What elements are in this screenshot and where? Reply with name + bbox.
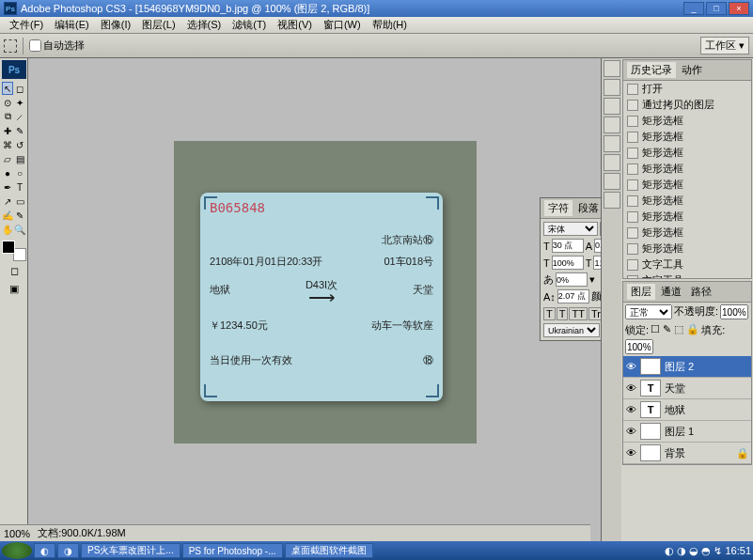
- menu-filter[interactable]: 滤镜(T): [227, 18, 272, 32]
- color-swatch[interactable]: [2, 241, 26, 261]
- close-button[interactable]: ×: [729, 2, 749, 15]
- zoom-level[interactable]: 100%: [4, 528, 30, 539]
- blend-mode[interactable]: 正常: [625, 304, 672, 319]
- dock-btn[interactable]: [604, 154, 620, 171]
- visibility-icon[interactable]: 👁: [625, 382, 636, 394]
- task-button[interactable]: 桌面截图软件截图: [285, 543, 373, 558]
- wand-tool[interactable]: ✦: [14, 96, 25, 109]
- menu-edit[interactable]: 编辑(E): [49, 18, 95, 32]
- dock-btn[interactable]: [604, 173, 620, 190]
- lasso-tool[interactable]: ⊙: [2, 96, 13, 109]
- history-item[interactable]: 矩形选框: [623, 241, 751, 257]
- path-tool[interactable]: ↗: [2, 194, 13, 208]
- italic-btn[interactable]: T: [557, 307, 569, 320]
- type-tool[interactable]: T: [14, 180, 25, 194]
- move-tool[interactable]: ↖: [2, 82, 13, 95]
- channels-tab[interactable]: 通道: [657, 284, 685, 300]
- menu-file[interactable]: 文件(F): [4, 18, 49, 32]
- menu-window[interactable]: 窗口(W): [318, 18, 367, 32]
- visibility-icon[interactable]: 👁: [625, 404, 636, 415]
- history-item[interactable]: 文字工具: [623, 272, 751, 278]
- font-select[interactable]: 宋体: [543, 222, 598, 236]
- task-button[interactable]: PS for Photoshop -...: [182, 543, 283, 558]
- visibility-icon[interactable]: 👁: [625, 447, 636, 459]
- history-tab[interactable]: 历史记录: [627, 62, 676, 78]
- blur-tool[interactable]: ●: [2, 166, 13, 179]
- brush-tool[interactable]: ✎: [14, 124, 25, 137]
- history-item[interactable]: 矩形选框: [623, 209, 751, 225]
- crop-tool[interactable]: ⧉: [2, 110, 13, 123]
- menu-layer[interactable]: 图层(L): [136, 18, 180, 32]
- lang-select[interactable]: Ukrainian: [543, 323, 600, 337]
- dock-btn[interactable]: [604, 117, 620, 133]
- stamp-tool[interactable]: ⌘: [2, 138, 13, 151]
- auto-select-checkbox[interactable]: 自动选择: [29, 39, 85, 53]
- layer-item[interactable]: 👁背景🔒: [623, 443, 751, 464]
- canvas-area[interactable]: B065848 北京南站⑯ 2108年01月01日20:33开01车018号 地…: [28, 58, 601, 541]
- tracking[interactable]: [556, 272, 588, 287]
- dodge-tool[interactable]: ○: [14, 166, 25, 179]
- minimize-button[interactable]: _: [683, 2, 704, 15]
- dock-btn[interactable]: [604, 192, 620, 209]
- char-tab[interactable]: 字符: [544, 200, 573, 216]
- history-brush-tool[interactable]: ↺: [14, 138, 25, 151]
- visibility-icon[interactable]: 👁: [625, 361, 636, 372]
- opacity-input[interactable]: [720, 304, 748, 319]
- slice-tool[interactable]: ⟋: [14, 110, 25, 123]
- visibility-icon[interactable]: 👁: [625, 426, 636, 437]
- layer-item[interactable]: 👁图层 1: [623, 421, 751, 443]
- layer-item[interactable]: 👁T地狱: [623, 399, 751, 421]
- actions-tab[interactable]: 动作: [678, 62, 706, 78]
- fill-input[interactable]: [625, 339, 653, 354]
- layer-item[interactable]: 👁图层 2: [623, 356, 751, 378]
- dock-btn[interactable]: [604, 135, 620, 152]
- start-button[interactable]: [2, 542, 32, 559]
- document-canvas[interactable]: B065848 北京南站⑯ 2108年01月01日20:33开01车018号 地…: [174, 141, 477, 443]
- gradient-tool[interactable]: ▤: [14, 152, 25, 165]
- task-button[interactable]: PS火车票改图计上...: [81, 543, 180, 558]
- menu-select[interactable]: 选择(S): [181, 18, 227, 32]
- history-item[interactable]: 矩形选框: [623, 113, 751, 129]
- dock-btn[interactable]: [604, 98, 620, 115]
- history-item[interactable]: 矩形选框: [623, 225, 751, 241]
- history-item[interactable]: 矩形选框: [623, 193, 751, 209]
- history-item[interactable]: 矩形选框: [623, 177, 751, 193]
- history-item[interactable]: 文字工具: [623, 257, 751, 272]
- leading[interactable]: [594, 239, 601, 253]
- bg-color[interactable]: [13, 248, 26, 261]
- paragraph-tab[interactable]: 段落: [574, 200, 601, 216]
- dock-btn[interactable]: [604, 60, 620, 77]
- heal-tool[interactable]: ✚: [2, 124, 13, 137]
- eraser-tool[interactable]: ▱: [2, 152, 13, 165]
- notes-tool[interactable]: ✍: [2, 209, 13, 222]
- eyedropper-tool[interactable]: ✎: [14, 209, 25, 222]
- hand-tool[interactable]: ✋: [2, 223, 13, 236]
- bold-btn[interactable]: T: [543, 307, 556, 320]
- system-tray[interactable]: ◐ ◑ ◒ ◓ ↯ 16:51: [665, 545, 751, 557]
- fg-color[interactable]: [2, 241, 15, 254]
- font-size[interactable]: [552, 239, 584, 253]
- workarea-dropdown[interactable]: 工作区 ▾: [700, 37, 749, 54]
- shape-tool[interactable]: ▭: [14, 194, 25, 208]
- vscale[interactable]: [552, 256, 584, 270]
- paths-tab[interactable]: 路径: [687, 284, 715, 300]
- history-item[interactable]: 矩形选框: [623, 161, 751, 177]
- pen-tool[interactable]: ✒: [2, 180, 13, 194]
- marquee-tool[interactable]: ◻: [14, 82, 25, 95]
- font-style[interactable]: -: [600, 222, 601, 236]
- task-button[interactable]: ◑: [57, 543, 79, 558]
- history-item[interactable]: 矩形选框: [623, 129, 751, 145]
- layers-tab[interactable]: 图层: [627, 284, 655, 300]
- history-item[interactable]: 通过拷贝的图层: [623, 97, 751, 113]
- dock-btn[interactable]: [604, 79, 620, 96]
- menu-help[interactable]: 帮助(H): [367, 18, 413, 32]
- history-item[interactable]: 矩形选框: [623, 145, 751, 161]
- maximize-button[interactable]: □: [706, 2, 727, 15]
- layer-item[interactable]: 👁T天堂: [623, 378, 751, 399]
- menu-view[interactable]: 视图(V): [272, 18, 318, 32]
- history-item[interactable]: 打开: [623, 81, 751, 97]
- zoom-tool[interactable]: 🔍: [14, 223, 25, 236]
- menu-image[interactable]: 图像(I): [95, 18, 136, 32]
- hscale[interactable]: [593, 256, 601, 270]
- screenmode-toggle[interactable]: ▣: [2, 280, 26, 297]
